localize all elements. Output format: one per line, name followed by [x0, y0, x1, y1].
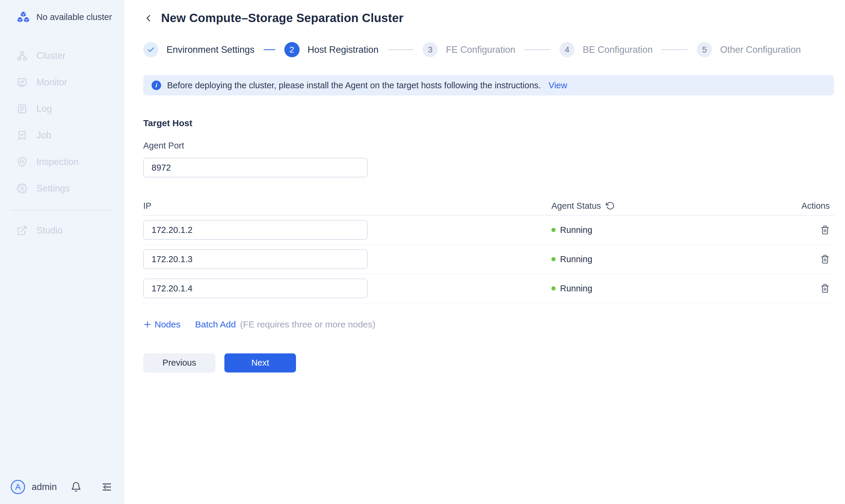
sidebar-item-label: Studio	[36, 225, 63, 236]
host-ip-input[interactable]	[143, 278, 368, 298]
host-ip-input[interactable]	[143, 220, 368, 240]
step-label: FE Configuration	[446, 44, 515, 55]
section-title: Target Host	[143, 118, 834, 128]
status-dot-running	[551, 228, 556, 232]
check-icon	[143, 42, 158, 57]
step-environment-settings[interactable]: Environment Settings	[143, 42, 254, 57]
sidebar-item-job[interactable]: Job	[0, 122, 124, 148]
status-badge: Running	[560, 254, 592, 264]
step-connector	[387, 49, 413, 50]
host-ip-input[interactable]	[143, 249, 368, 269]
notifications-button[interactable]	[71, 482, 82, 492]
column-header-actions: Actions	[795, 201, 834, 211]
status-badge: Running	[560, 284, 592, 293]
sidebar-item-label: Job	[36, 130, 51, 141]
sidebar-item-cluster[interactable]: Cluster	[0, 42, 124, 69]
sidebar-nav: Cluster Monitor Log	[0, 42, 124, 244]
page-title: New Compute–Storage Separation Cluster	[161, 11, 403, 25]
log-icon	[17, 104, 28, 114]
sidebar-divider	[11, 210, 114, 211]
previous-button[interactable]: Previous	[143, 354, 215, 373]
job-icon	[17, 130, 28, 141]
cluster-selector[interactable]: No available cluster	[0, 0, 124, 23]
sidebar-item-log[interactable]: Log	[0, 95, 124, 122]
nodes-actions-row: Nodes Batch Add (FE requires three or mo…	[143, 319, 834, 329]
gear-icon	[17, 183, 28, 194]
main-content: New Compute–Storage Separation Cluster E…	[124, 0, 845, 504]
sidebar-item-monitor[interactable]: Monitor	[0, 69, 124, 95]
sidebar-item-inspection[interactable]: Inspection	[0, 148, 124, 175]
wizard-stepper: Environment Settings 2 Host Registration…	[143, 42, 834, 57]
step-connector	[524, 49, 550, 50]
step-label: Host Registration	[307, 44, 379, 55]
step-other-configuration: 5 Other Configuration	[697, 42, 801, 57]
wizard-buttons: Previous Next	[143, 354, 834, 373]
delete-host-button[interactable]	[820, 225, 830, 235]
app-logo-icon	[17, 11, 30, 23]
agent-port-label: Agent Port	[143, 141, 834, 150]
page-header: New Compute–Storage Separation Cluster	[143, 11, 834, 25]
step-host-registration[interactable]: 2 Host Registration	[284, 42, 379, 57]
sidebar-item-studio[interactable]: Studio	[0, 217, 124, 244]
step-number: 5	[697, 42, 712, 57]
external-link-icon	[17, 225, 28, 236]
sidebar-footer: A admin	[0, 473, 124, 504]
step-connector	[263, 49, 276, 50]
status-badge: Running	[560, 225, 592, 235]
step-number: 4	[560, 42, 575, 57]
step-label: Environment Settings	[166, 44, 254, 55]
column-header-ip: IP	[143, 201, 551, 211]
cluster-status-label: No available cluster	[36, 12, 112, 22]
step-connector	[662, 49, 688, 50]
add-nodes-label: Nodes	[155, 319, 180, 329]
view-instructions-link[interactable]: View	[549, 80, 567, 90]
step-label: BE Configuration	[583, 44, 653, 55]
step-label: Other Configuration	[720, 44, 801, 55]
sidebar-item-label: Log	[36, 104, 52, 114]
cluster-icon	[17, 50, 28, 61]
step-fe-configuration: 3 FE Configuration	[423, 42, 515, 57]
status-dot-running	[551, 286, 556, 290]
back-button[interactable]	[143, 13, 154, 23]
sidebar-item-label: Cluster	[36, 50, 66, 61]
sidebar-item-settings[interactable]: Settings	[0, 175, 124, 202]
username-label: admin	[32, 482, 57, 492]
fe-nodes-note: (FE requires three or more nodes)	[240, 319, 376, 329]
sidebar: No available cluster Cluster	[0, 0, 124, 504]
step-be-configuration: 4 BE Configuration	[560, 42, 653, 57]
step-number: 2	[284, 42, 300, 57]
table-row: Running	[143, 245, 834, 274]
status-dot-running	[551, 257, 556, 261]
step-number: 3	[423, 42, 438, 57]
delete-host-button[interactable]	[820, 254, 830, 264]
banner-text: Before deploying the cluster, please ins…	[167, 80, 541, 90]
table-header: IP Agent Status Actions	[143, 197, 834, 215]
sidebar-item-label: Inspection	[36, 157, 78, 167]
plus-icon	[143, 320, 152, 329]
delete-host-button[interactable]	[820, 284, 830, 293]
info-banner: i Before deploying the cluster, please i…	[143, 75, 834, 95]
agent-port-input[interactable]	[143, 158, 368, 177]
table-row: Running	[143, 274, 834, 303]
info-icon: i	[152, 80, 161, 90]
inspection-icon	[17, 157, 28, 167]
add-nodes-button[interactable]: Nodes	[143, 319, 180, 329]
next-button[interactable]: Next	[224, 354, 296, 373]
table-row: Running	[143, 216, 834, 245]
sidebar-item-label: Settings	[36, 183, 70, 194]
monitor-icon	[17, 77, 28, 88]
batch-add-button[interactable]: Batch Add	[195, 319, 236, 329]
sidebar-item-label: Monitor	[36, 77, 67, 88]
collapse-sidebar-button[interactable]	[101, 481, 112, 493]
column-header-agent-status: Agent Status	[551, 201, 601, 211]
host-table: IP Agent Status Actions Running	[143, 197, 834, 303]
avatar[interactable]: A	[11, 480, 25, 494]
refresh-status-icon[interactable]	[606, 201, 615, 210]
